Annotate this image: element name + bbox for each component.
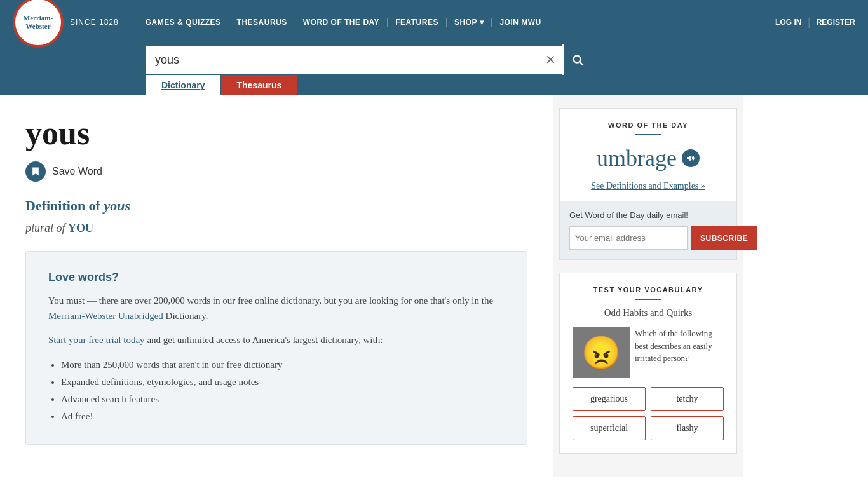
wotd-link[interactable]: See Definitions and Examples » — [573, 181, 724, 191]
left-content: yous Save Word Definition of yous plural… — [0, 95, 553, 477]
bullet-item: More than 250,000 words that aren't in o… — [61, 356, 505, 374]
search-icon — [571, 53, 585, 67]
vocab-image: 😠 — [573, 327, 630, 378]
email-input[interactable] — [569, 226, 688, 250]
search-submit-button[interactable] — [562, 44, 591, 75]
angry-face-icon: 😠 — [581, 334, 621, 371]
vocab-divider — [635, 299, 661, 300]
nav-join[interactable]: JOIN MWU — [492, 18, 548, 27]
definition-heading: Definition of yous — [25, 198, 527, 214]
email-row: SUBSCRIBE — [569, 226, 727, 250]
vocab-title: TEST YOUR VOCABULARY — [573, 286, 724, 294]
vocab-subtitle: Odd Habits and Quirks — [573, 308, 724, 318]
wotd-card: WORD OF THE DAY umbrage See Definition — [559, 108, 737, 260]
you-link[interactable]: YOU — [68, 222, 93, 234]
answer-grid: gregarious tetchy superficial flashy — [573, 387, 724, 440]
promo-bullet-list: More than 250,000 words that aren't in o… — [61, 356, 505, 425]
tabs-bar: Dictionary Thesaurus — [0, 75, 868, 95]
definition-word: yous — [104, 198, 130, 214]
nav-shop[interactable]: SHOP ▾ — [447, 18, 492, 27]
promo-paragraph2: Start your free trial today and get unli… — [48, 332, 505, 348]
wotd-word: umbrage — [573, 145, 724, 172]
bookmark-icon — [25, 161, 46, 182]
right-sidebar: WORD OF THE DAY umbrage See Definition — [553, 95, 743, 477]
main-nav: GAMES & QUIZZES THESAURUS WORD OF THE DA… — [138, 18, 775, 27]
nav-features[interactable]: FEATURES — [388, 18, 447, 27]
audio-button[interactable] — [682, 149, 700, 167]
chevron-down-icon: ▾ — [480, 18, 484, 27]
register-link[interactable]: REGISTER — [817, 18, 855, 27]
free-trial-link[interactable]: Start your free trial today — [48, 335, 145, 345]
speaker-icon — [686, 154, 695, 163]
nav-thesaurus[interactable]: THESAURUS — [229, 18, 295, 27]
nav-wotd[interactable]: WORD OF THE DAY — [295, 18, 388, 27]
answer-superficial[interactable]: superficial — [573, 416, 646, 440]
vocab-question: Which of the following best describes an… — [630, 327, 713, 365]
bullet-item: Ad free! — [61, 408, 505, 425]
answer-flashy[interactable]: flashy — [651, 416, 724, 440]
answer-gregarious[interactable]: gregarious — [573, 387, 646, 411]
bullet-item: Expanded definitions, etymologies, and u… — [61, 374, 505, 391]
logo-area: Merriam- Webster SINCE 1828 — [13, 0, 119, 48]
tab-dictionary[interactable]: Dictionary — [146, 75, 220, 95]
svg-marker-0 — [687, 156, 690, 161]
login-link[interactable]: LOG IN — [775, 18, 801, 27]
vocab-card: TEST YOUR VOCABULARY Odd Habits and Quir… — [559, 273, 737, 454]
promo-paragraph1: You must — there are over 200,000 words … — [48, 293, 505, 323]
email-label: Get Word of the Day daily email! — [569, 210, 727, 220]
answer-tetchy[interactable]: tetchy — [651, 387, 724, 411]
search-clear-button[interactable]: ✕ — [542, 49, 559, 71]
search-area: ✕ — [0, 44, 868, 75]
tab-thesaurus[interactable]: Thesaurus — [221, 75, 297, 95]
bullet-item: Advanced search features — [61, 391, 505, 408]
header-top: Merriam- Webster SINCE 1828 GAMES & QUIZ… — [0, 0, 868, 44]
search-container: ✕ — [146, 44, 591, 75]
unabridged-link[interactable]: Merriam-Webster Unabridged — [48, 311, 163, 321]
wotd-email-section: Get Word of the Day daily email! SUBSCRI… — [560, 201, 736, 259]
promo-heading: Love words? — [48, 271, 505, 284]
page-title: yous — [25, 114, 527, 152]
logo: Merriam- Webster — [13, 0, 64, 48]
nav-games[interactable]: GAMES & QUIZZES — [138, 18, 229, 27]
save-word-button[interactable]: Save Word — [25, 161, 102, 182]
save-word-label: Save Word — [52, 166, 102, 177]
wotd-divider — [635, 134, 661, 135]
logo-text2: Webster — [25, 22, 50, 30]
since-label: SINCE 1828 — [70, 18, 119, 27]
wotd-title: WORD OF THE DAY — [573, 121, 724, 129]
logo-text: Merriam- — [24, 14, 53, 22]
search-input[interactable] — [146, 46, 562, 74]
plural-text: plural of YOU — [25, 222, 527, 235]
auth-links: LOG IN | REGISTER — [775, 17, 855, 28]
promo-box: Love words? You must — there are over 20… — [25, 251, 527, 445]
main-layout: yous Save Word Definition of yous plural… — [0, 95, 868, 477]
subscribe-button[interactable]: SUBSCRIBE — [691, 226, 757, 250]
vocab-image-row: 😠 Which of the following best describes … — [573, 327, 724, 378]
